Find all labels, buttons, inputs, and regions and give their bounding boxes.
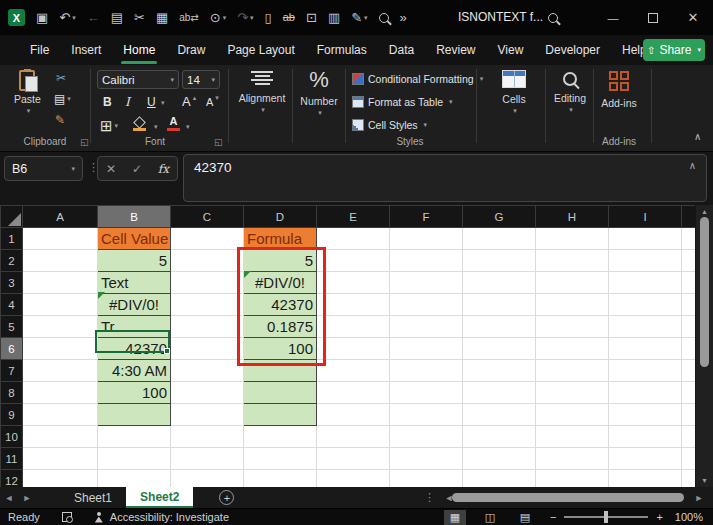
cell-b3[interactable]: Text <box>98 272 171 294</box>
cell-b2[interactable]: 5 <box>98 250 171 272</box>
column-header-h[interactable]: H <box>536 206 609 228</box>
fill-color-chevron-icon[interactable]: ▾ <box>154 123 158 131</box>
name-box-chevron-icon[interactable]: ▾ <box>71 165 75 173</box>
cell-b4[interactable]: #DIV/0! <box>98 294 171 316</box>
camera-icon[interactable]: ⊡ <box>306 11 317 24</box>
share-button[interactable]: ⇧ Share ▾ <box>643 39 705 61</box>
underline-button[interactable]: U <box>147 95 156 109</box>
scroll-up-icon[interactable]: ▲ <box>701 208 708 215</box>
strikethrough-icon[interactable]: ab <box>283 12 295 23</box>
tab-review[interactable]: Review <box>436 43 475 57</box>
cancel-entry-icon[interactable]: ✕ <box>106 162 116 176</box>
copy-icon[interactable]: ▤ <box>111 11 123 24</box>
font-size-select[interactable]: 14▾ <box>182 70 220 89</box>
copy-button[interactable]: ▤▾ <box>54 92 71 106</box>
zoom-level-label[interactable]: 100% <box>675 511 703 523</box>
alignment-button[interactable]: Alignment ▾ <box>234 71 290 114</box>
scroll-down-icon[interactable]: ▼ <box>701 477 708 484</box>
new-file-icon[interactable]: ▯ <box>265 11 272 24</box>
row-header-12[interactable]: 12 <box>1 470 23 488</box>
editing-button[interactable]: Editing ▾ <box>548 70 592 114</box>
increase-font-button[interactable]: A▴ <box>182 94 196 109</box>
column-header-i[interactable]: I <box>609 206 682 228</box>
addins-button[interactable]: Add-ins <box>597 71 641 109</box>
column-header-g[interactable]: G <box>463 206 536 228</box>
edit-picture-icon[interactable]: ▦ <box>156 11 168 24</box>
view-page-layout-button[interactable]: ◫ <box>479 510 501 525</box>
sheet-tab-sheet2[interactable]: Sheet2 <box>126 487 193 508</box>
accessibility-status-label[interactable]: Accessibility: Investigate <box>110 511 229 523</box>
cell-b1[interactable]: Cell Value <box>98 228 171 250</box>
horizontal-scrollbar[interactable] <box>452 493 686 502</box>
select-all-corner[interactable] <box>1 206 23 228</box>
cut-icon[interactable]: ✂ <box>134 11 145 24</box>
row-header-1[interactable]: 1 <box>1 228 23 250</box>
row-header-11[interactable]: 11 <box>1 448 23 470</box>
conditional-formatting-button[interactable]: Conditional Formatting ▾ <box>352 73 483 85</box>
font-name-select[interactable]: Calibri▾ <box>97 70 179 89</box>
formula-bar-collapse-icon[interactable]: ∧ <box>689 160 696 171</box>
sheet-nav-right-icon[interactable]: ► <box>18 493 36 503</box>
maximize-button[interactable] <box>633 0 673 35</box>
column-header-d[interactable]: D <box>244 206 317 228</box>
zoom-in-button[interactable]: + <box>656 511 662 523</box>
tab-developer[interactable]: Developer <box>545 43 600 57</box>
format-painter-button[interactable]: ✎ <box>55 113 65 127</box>
tab-file[interactable]: File <box>30 43 49 57</box>
column-header-c[interactable]: C <box>171 206 244 228</box>
cell-d7[interactable] <box>244 360 317 382</box>
row-header-7[interactable]: 7 <box>1 360 23 382</box>
find-replace-icon[interactable]: ab⇄ <box>179 13 199 23</box>
tab-draw[interactable]: Draw <box>177 43 205 57</box>
row-header-4[interactable]: 4 <box>1 294 23 316</box>
row-header-6[interactable]: 6 <box>1 338 23 360</box>
lookup-icon[interactable]: ▥ <box>328 11 340 24</box>
formula-input[interactable]: 42370 ∧ <box>183 154 707 202</box>
zoom-out-button[interactable]: − <box>550 511 556 523</box>
cell-styles-button[interactable]: Cell Styles ▾ <box>352 119 427 131</box>
minimize-button[interactable]: — <box>593 0 633 35</box>
hscroll-right-icon[interactable]: ► <box>690 493 708 503</box>
cell-e1[interactable] <box>317 228 390 250</box>
zoom-slider[interactable] <box>564 516 648 518</box>
column-header-b[interactable]: B <box>98 206 171 228</box>
cell-d4[interactable]: 42370 <box>244 294 317 316</box>
undo-chevron-icon[interactable]: ▾ <box>72 14 76 21</box>
close-button[interactable]: ✕ <box>673 0 713 35</box>
cell-a1[interactable] <box>23 228 98 250</box>
cell-c1[interactable] <box>171 228 244 250</box>
cell-d3[interactable]: #DIV/0! <box>244 272 317 294</box>
cut-button[interactable]: ✂ <box>56 71 66 85</box>
column-header-a[interactable]: A <box>23 206 98 228</box>
view-normal-button[interactable]: ▦ <box>444 510 466 525</box>
cell-b5[interactable]: Tr <box>98 316 171 338</box>
format-as-table-button[interactable]: Format as Table ▾ <box>352 96 453 108</box>
cell-b9[interactable] <box>98 404 171 426</box>
undo-icon[interactable]: ↶▾ <box>59 11 75 24</box>
sheetbar-divider-dots[interactable]: ⋮ <box>424 491 435 504</box>
font-dialog-launcher[interactable]: ◱ <box>214 137 223 147</box>
save-icon[interactable]: ▣ <box>36 11 48 24</box>
vertical-scrollbar-thumb[interactable] <box>700 217 709 367</box>
macro-record-icon[interactable] <box>62 512 72 522</box>
vertical-scrollbar[interactable]: ▲ ▼ <box>696 205 713 487</box>
column-header-e[interactable]: E <box>317 206 390 228</box>
borders-button[interactable]: ⊞▾ <box>100 117 118 135</box>
ink-pen-chevron-icon[interactable]: ▾ <box>364 14 368 21</box>
insert-function-icon[interactable]: fx <box>158 162 169 176</box>
more-commands-icon[interactable]: » <box>400 11 407 24</box>
cell-d9[interactable] <box>244 404 317 426</box>
font-color-chevron-icon[interactable]: ▾ <box>186 123 190 131</box>
bold-button[interactable]: B <box>103 95 112 109</box>
cell-d5[interactable]: 0.1875 <box>244 316 317 338</box>
people-search-icon[interactable] <box>379 13 389 23</box>
tab-insert[interactable]: Insert <box>71 43 101 57</box>
row-header-10[interactable]: 10 <box>1 426 23 448</box>
new-sheet-button[interactable]: + <box>219 490 234 505</box>
horizontal-scrollbar-thumb[interactable] <box>452 493 684 502</box>
cell-b6-active[interactable]: 42370 <box>98 338 171 360</box>
row-header-8[interactable]: 8 <box>1 382 23 404</box>
paste-button[interactable]: Paste ▾ <box>14 70 41 115</box>
column-header-f[interactable]: F <box>390 206 463 228</box>
row-header-3[interactable]: 3 <box>1 272 23 294</box>
